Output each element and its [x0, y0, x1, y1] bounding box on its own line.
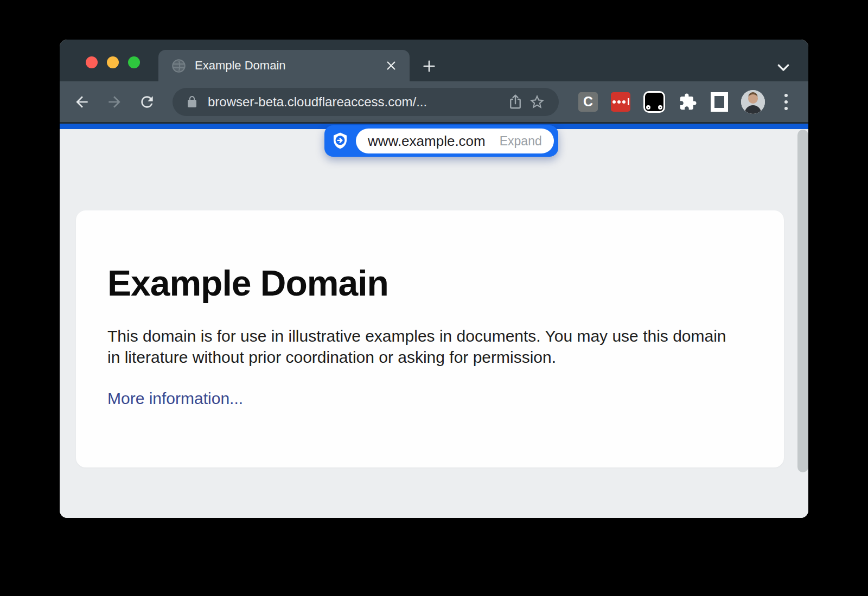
content-card: Example Domain This domain is for use in…	[76, 210, 784, 467]
forward-button[interactable]	[102, 89, 127, 114]
browser-tab[interactable]: Example Domain	[158, 50, 410, 81]
extensions-puzzle-button[interactable]	[678, 92, 698, 112]
minimize-window-button[interactable]	[107, 56, 119, 68]
close-tab-icon[interactable]	[382, 57, 400, 74]
shield-arrow-icon	[331, 132, 349, 150]
globe-favicon-icon	[171, 59, 186, 73]
reload-button[interactable]	[135, 89, 159, 114]
avatar-photo	[741, 90, 765, 114]
isolation-domain-pill[interactable]: www.example.com Expand	[356, 129, 554, 153]
isolated-domain-text: www.example.com	[368, 133, 486, 150]
goggles-extension-icon[interactable]	[643, 91, 665, 113]
close-window-button[interactable]	[86, 56, 98, 68]
page-paragraph: This domain is for use in illustrative e…	[107, 325, 734, 368]
back-button[interactable]	[69, 89, 94, 114]
star-icon	[528, 93, 546, 111]
browser-window: Example Domain	[60, 40, 808, 518]
lock-icon	[186, 95, 199, 108]
toolbar: browser-beta.cloudflareaccess.com/... C	[60, 81, 808, 122]
extension-c-icon[interactable]: C	[578, 92, 598, 112]
back-arrow-icon	[73, 93, 91, 111]
lastpass-extension-icon[interactable]	[611, 92, 630, 112]
plus-icon	[422, 59, 437, 74]
tab-title: Example Domain	[195, 59, 382, 73]
vertical-scrollbar-thumb[interactable]	[797, 130, 808, 472]
forward-arrow-icon	[106, 93, 123, 111]
side-panel-button[interactable]	[711, 92, 728, 112]
browser-menu-button[interactable]	[778, 91, 794, 113]
expand-button[interactable]: Expand	[500, 134, 542, 149]
reload-icon	[138, 93, 156, 111]
more-information-link[interactable]: More information...	[107, 389, 243, 408]
profile-avatar[interactable]	[741, 90, 765, 114]
puzzle-icon	[679, 93, 697, 111]
titlebar: Example Domain	[60, 40, 808, 81]
chevron-down-icon	[775, 59, 792, 75]
window-controls	[86, 56, 140, 68]
url-text: browser-beta.cloudflareaccess.com/...	[208, 94, 505, 110]
bookmark-star-button[interactable]	[526, 91, 548, 113]
page-viewport: www.example.com Expand Example Domain Th…	[60, 129, 808, 518]
isolation-domain-badge[interactable]: www.example.com Expand	[324, 125, 558, 157]
share-icon	[507, 94, 524, 110]
new-tab-button[interactable]	[419, 56, 439, 76]
page-heading: Example Domain	[107, 262, 741, 304]
address-bar[interactable]: browser-beta.cloudflareaccess.com/...	[173, 88, 559, 116]
extensions-row: C	[578, 90, 808, 114]
tab-search-button[interactable]	[774, 57, 793, 77]
zoom-window-button[interactable]	[128, 56, 140, 68]
share-button[interactable]	[505, 91, 526, 113]
